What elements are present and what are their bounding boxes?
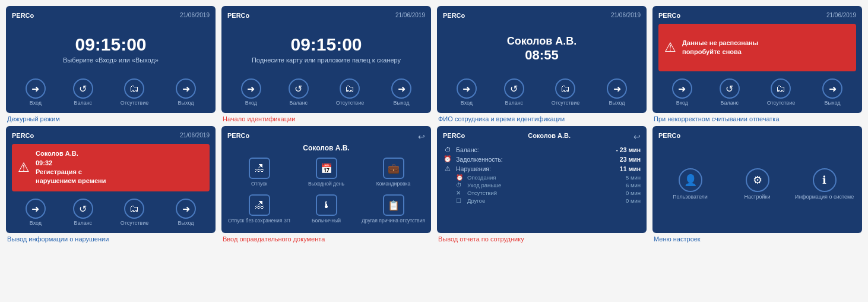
back-icon-document[interactable]: ↩	[418, 132, 425, 141]
btn-label-balance-violation: Баланс	[74, 220, 92, 226]
btn-exit-error[interactable]: ➜ Выход	[822, 78, 842, 106]
subtitle-identify: Поднесите карту или приложите палец к ск…	[252, 56, 401, 64]
doc-icon-vacation: 🏖	[249, 158, 270, 179]
doc-item-business[interactable]: 💼 Командировка	[362, 156, 425, 189]
doc-item-sick[interactable]: 🌡 Больничный	[294, 193, 358, 226]
settings-item-info[interactable]: ℹ Информация о системе	[793, 144, 856, 225]
early-label: Уход раньше	[467, 182, 614, 188]
screen-header-error: PERCo 21/06/2019	[658, 12, 856, 19]
doc-label-sick: Больничный	[312, 218, 341, 224]
screen-wrapper-name: PERCo 21/06/2019 Соколов А.В. 08:55 ➜ Вх…	[437, 6, 647, 122]
logo-settings: PERCo	[658, 132, 680, 139]
doc-label-business: Командировка	[376, 181, 410, 187]
screen-wrapper-violation: PERCo 21/06/2019 ⚠ Соколов А.В.09:32Реги…	[6, 126, 216, 243]
btn-entry-name[interactable]: ➜ Вход	[457, 78, 477, 106]
screen-header-violation: PERCo 21/06/2019	[12, 132, 210, 139]
balance-value: - 23 мин	[611, 146, 641, 153]
btn-absence-name[interactable]: 🗂 Отсутствие	[552, 78, 579, 106]
btn-entry-violation[interactable]: ➜ Вход	[26, 199, 46, 226]
btn-exit-name[interactable]: ➜ Выход	[607, 78, 627, 106]
screen-header-name: PERCo 21/06/2019	[443, 12, 641, 19]
violation-alert-text: Соколов А.В.09:32Регистрация снарушением…	[36, 149, 106, 186]
violation-row-early: ⏱ Уход раньше 6 мин	[456, 182, 641, 188]
settings-label-config: Настройки	[744, 194, 770, 200]
bottom-row: PERCo 21/06/2019 ⚠ Соколов А.В.09:32Реги…	[6, 126, 862, 243]
screen-document: PERCo ↩ Соколов А.В. 🏖 Отпуск 📅 Выходной…	[221, 126, 431, 233]
doc-grid: 🏖 Отпуск 📅 Выходной день 💼 Командировка …	[227, 155, 425, 227]
top-row: PERCo 21/06/2019 09:15:00 Выберите «Вход…	[6, 6, 862, 122]
buttons-row-duty: ➜ Вход ↺ Баланс 🗂 Отсутствие ➜ Выход	[12, 76, 210, 107]
other-viol-value: 0 мин	[617, 197, 641, 204]
screen-body-name: Соколов А.В. 08:55	[443, 21, 641, 76]
btn-exit-violation[interactable]: ➜ Выход	[176, 199, 196, 226]
btn-circle-entry-identify: ➜	[241, 78, 261, 99]
screen-wrapper-error: PERCo 21/06/2019 ⚠ Данные не распознанып…	[652, 6, 862, 122]
btn-absence-duty[interactable]: 🗂 Отсутствие	[121, 78, 148, 106]
doc-icon-other: 📋	[383, 194, 404, 216]
violations-label: Нарушения:	[456, 165, 607, 172]
btn-entry-error[interactable]: ➜ Вход	[672, 78, 692, 106]
doc-item-other[interactable]: 📋 Другая причина отсутствия	[362, 193, 425, 226]
btn-exit-duty[interactable]: ➜ Выход	[176, 78, 196, 106]
buttons-row-name: ➜ Вход ↺ Баланс 🗂 Отсутствие ➜ Выход	[443, 76, 641, 107]
btn-balance-duty[interactable]: ↺ Баланс	[73, 78, 93, 106]
doc-label-other: Другая причина отсутствия	[362, 218, 425, 224]
screen-header-document: PERCo ↩	[227, 132, 425, 141]
btn-circle-exit-error: ➜	[822, 78, 842, 99]
btn-label-exit-violation: Выход	[178, 220, 194, 226]
btn-label-absence-duty: Отсутствие	[121, 100, 148, 106]
btn-label-exit-error: Выход	[825, 100, 841, 106]
caption-settings: Меню настроек	[652, 235, 862, 243]
date-violation: 21/06/2019	[180, 132, 210, 139]
btn-circle-entry-violation: ➜	[26, 199, 46, 219]
btn-label-entry-duty: Вход	[30, 100, 42, 106]
balance-row-balance: ⏱ Баланс: - 23 мин	[443, 146, 641, 153]
btn-balance-name[interactable]: ↺ Баланс	[504, 78, 524, 106]
violation-row-absent: ✕ Отсутствий 0 мин	[456, 190, 641, 196]
caption-duty: Дежурный режим	[6, 115, 216, 122]
btn-circle-absence-violation: 🗂	[124, 199, 144, 219]
caption-error: При некорректном считывании отпечатка	[652, 115, 862, 122]
settings-item-users[interactable]: 👤 Пользователи	[658, 144, 722, 225]
balance-icon: ⏱	[443, 146, 452, 153]
logo-error: PERCo	[658, 12, 680, 19]
debt-value: 23 мин	[611, 156, 641, 163]
btn-circle-balance-violation: ↺	[73, 199, 93, 219]
early-value: 6 мин	[617, 182, 641, 188]
btn-circle-absence-error: 🗂	[771, 78, 791, 99]
screen-wrapper-duty: PERCo 21/06/2019 09:15:00 Выберите «Вход…	[6, 6, 216, 122]
screen-body-duty: 09:15:00 Выберите «Вход» или «Выход»	[12, 21, 210, 76]
settings-label-info: Информация о системе	[795, 194, 854, 200]
btn-balance-identify[interactable]: ↺ Баланс	[289, 78, 309, 106]
btn-circle-entry-name: ➜	[457, 78, 477, 99]
btn-exit-identify[interactable]: ➜ Выход	[391, 78, 411, 106]
btn-absence-violation[interactable]: 🗂 Отсутствие	[121, 199, 148, 226]
btn-absence-identify[interactable]: 🗂 Отсутствие	[336, 78, 364, 106]
settings-label-users: Пользователи	[673, 194, 708, 200]
logo-document: PERCo	[227, 132, 249, 141]
settings-item-config[interactable]: ⚙ Настройки	[726, 144, 789, 225]
btn-label-balance-name: Баланс	[505, 100, 523, 106]
btn-entry-identify[interactable]: ➜ Вход	[241, 78, 261, 106]
doc-item-unpaid[interactable]: 🏖 Отпуск без сохранения ЗП	[227, 193, 291, 226]
warning-icon-error: ⚠	[664, 40, 676, 55]
btn-balance-violation[interactable]: ↺ Баланс	[73, 199, 93, 226]
back-icon-report[interactable]: ↩	[633, 132, 641, 141]
btn-absence-error[interactable]: 🗂 Отсутствие	[767, 78, 795, 106]
btn-balance-error[interactable]: ↺ Баланс	[720, 78, 740, 106]
screen-report: PERCo Соколов А.В. ↩ ⏱ Баланс: - 23 мин …	[437, 126, 647, 233]
buttons-row-identify: ➜ Вход ↺ Баланс 🗂 Отсутствие ➜ Выход	[227, 76, 425, 107]
logo-violation: PERCo	[12, 132, 34, 139]
absent-icon: ✕	[456, 190, 464, 196]
screen-identify: PERCo 21/06/2019 09:15:00 Поднесите карт…	[221, 6, 431, 113]
btn-entry-duty[interactable]: ➜ Вход	[26, 78, 46, 106]
doc-icon-sick: 🌡	[316, 194, 337, 216]
balance-content: ⏱ Баланс: - 23 мин ⏰ Задолженность: 23 м…	[443, 144, 641, 227]
doc-item-vacation[interactable]: 🏖 Отпуск	[227, 156, 291, 189]
warning-icon-violation: ⚠	[18, 160, 30, 175]
error-alert-text: Данные не распознаныпопробуйте снова	[682, 39, 758, 57]
btn-label-entry-violation: Вход	[30, 220, 42, 226]
btn-label-balance-error: Баланс	[720, 100, 739, 106]
caption-document: Ввод оправдательного документа	[221, 235, 431, 243]
doc-item-dayoff[interactable]: 📅 Выходной день	[294, 156, 358, 189]
